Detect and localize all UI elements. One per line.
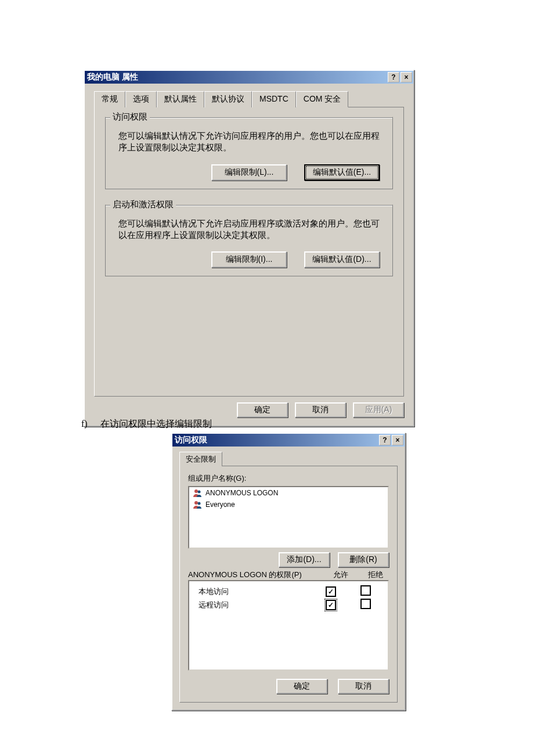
users-group-icon — [193, 500, 202, 509]
tab-msdtc[interactable]: MSDTC — [252, 91, 296, 107]
cancel-button[interactable]: 取消 — [295, 402, 346, 417]
users-group-icon — [193, 488, 202, 498]
deny-checkbox[interactable] — [360, 585, 371, 596]
permission-name-label: 远程访问 — [194, 600, 313, 610]
com-security-panel: 访问权限 您可以编辑默认情况下允许访问应用程序的用户。您也可以在应用程序上设置限… — [94, 107, 404, 397]
launch-edit-defaults-button[interactable]: 编辑默认值(D)... — [304, 251, 380, 268]
launch-permissions-desc: 您可以编辑默认情况下允许启动应用程序或激活对象的用户。您也可以在应用程序上设置限… — [118, 218, 384, 242]
col-deny-label: 拒绝 — [368, 570, 383, 580]
help-icon[interactable]: ? — [379, 435, 391, 445]
permissions-columns-header: 允许 拒绝 — [333, 570, 389, 580]
svg-point-1 — [198, 491, 201, 494]
close-icon[interactable]: × — [392, 435, 403, 445]
dialog2-title: 访问权限 — [175, 435, 379, 445]
allow-checkbox[interactable] — [326, 586, 336, 597]
group-user-names-label: 组或用户名称(G): — [188, 473, 389, 484]
tab-default-properties[interactable]: 默认属性 — [157, 91, 204, 107]
svg-point-3 — [198, 502, 201, 505]
access-edit-defaults-button[interactable]: 编辑默认值(E)... — [304, 164, 380, 181]
apply-button[interactable]: 应用(A) — [353, 402, 404, 417]
list-item[interactable]: Everyone — [189, 499, 388, 510]
tab-default-protocols[interactable]: 默认协议 — [204, 91, 252, 107]
launch-permissions-legend: 启动和激活权限 — [110, 199, 176, 210]
step-caption: f) 在访问权限中选择编辑限制 — [81, 418, 212, 430]
tab-general[interactable]: 常规 — [94, 91, 125, 107]
list-item[interactable]: ANONYMOUS LOGON — [189, 487, 388, 499]
user-name-label: Everyone — [205, 501, 235, 509]
deny-checkbox[interactable] — [360, 599, 371, 609]
allow-checkbox[interactable] — [326, 600, 336, 610]
close-icon[interactable]: × — [400, 72, 412, 82]
tab-options[interactable]: 选项 — [125, 91, 157, 107]
svg-point-0 — [194, 489, 198, 493]
security-limits-panel: 组或用户名称(G): ANONYMOUS LOGONEveryone 添加(D)… — [179, 466, 398, 703]
access-permissions-legend: 访问权限 — [110, 111, 150, 123]
col-allow-label: 允许 — [333, 570, 348, 580]
launch-activation-permissions-group: 启动和激活权限 您可以编辑默认情况下允许启动应用程序或激活对象的用户。您也可以在… — [105, 204, 393, 277]
launch-edit-limits-button[interactable]: 编辑限制(I)... — [211, 251, 287, 268]
tab-security-limits[interactable]: 安全限制 — [179, 452, 222, 466]
permission-row: 远程访问 — [194, 598, 383, 611]
my-computer-properties-dialog: 我的电脑 属性 ? × 常规 选项 默认属性 默认协议 MSDTC COM 安全… — [84, 70, 414, 427]
dialog1-footer: 确定 取消 应用(A) — [94, 397, 404, 417]
permissions-for-label: ANONYMOUS LOGON 的权限(P) — [188, 570, 333, 580]
remove-user-button[interactable]: 删除(R) — [338, 552, 389, 567]
user-name-label: ANONYMOUS LOGON — [205, 489, 278, 497]
permission-name-label: 本地访问 — [194, 586, 313, 597]
help-icon[interactable]: ? — [388, 72, 399, 82]
permissions-listbox: 本地访问远程访问 — [188, 580, 389, 671]
dialog1-tabs: 常规 选项 默认属性 默认协议 MSDTC COM 安全 — [94, 91, 404, 107]
access-edit-limits-button[interactable]: 编辑限制(L)... — [211, 164, 287, 181]
svg-point-2 — [194, 501, 198, 505]
cancel-button[interactable]: 取消 — [338, 679, 389, 694]
access-permissions-desc: 您可以编辑默认情况下允许访问应用程序的用户。您也可以在应用程序上设置限制以决定其… — [118, 130, 384, 154]
dialog2-titlebar: 访问权限 ? × — [172, 434, 405, 447]
users-listbox[interactable]: ANONYMOUS LOGONEveryone — [188, 486, 389, 549]
dialog1-titlebar: 我的电脑 属性 ? × — [85, 71, 413, 84]
dialog2-footer: 确定 取消 — [188, 671, 389, 694]
step-text: 在访问权限中选择编辑限制 — [100, 419, 212, 429]
access-permissions-group: 访问权限 您可以编辑默认情况下允许访问应用程序的用户。您也可以在应用程序上设置限… — [105, 117, 393, 189]
step-marker: f) — [81, 419, 88, 429]
ok-button[interactable]: 确定 — [237, 402, 288, 417]
dialog2-tabs: 安全限制 — [179, 451, 398, 466]
add-user-button[interactable]: 添加(D)... — [279, 552, 330, 567]
dialog1-title: 我的电脑 属性 — [87, 72, 388, 82]
permission-row: 本地访问 — [194, 585, 383, 598]
access-permission-dialog: 访问权限 ? × 安全限制 组或用户名称(G): ANONYMOUS LOGON… — [171, 433, 406, 711]
ok-button[interactable]: 确定 — [276, 679, 327, 694]
tab-com-security[interactable]: COM 安全 — [296, 91, 349, 107]
